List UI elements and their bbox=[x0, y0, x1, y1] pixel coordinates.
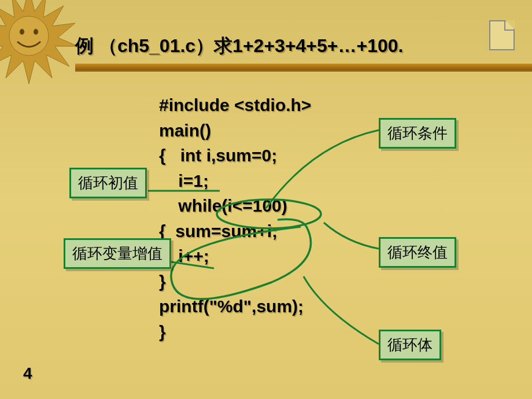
page-number: 4 bbox=[23, 364, 32, 383]
callout-init-value: 循环初值 bbox=[69, 168, 147, 198]
code-line-6: { sum=sum+i; bbox=[159, 221, 278, 241]
code-example: #include <stdio.h> main() { int i,sum=0;… bbox=[159, 93, 311, 344]
code-line-8: } bbox=[159, 272, 166, 291]
title-underline bbox=[75, 64, 532, 72]
callout-end-value: 循环终值 bbox=[379, 237, 456, 268]
slide-title: 例 （ch5_01.c）求1+2+3+4+5+…+100. bbox=[75, 34, 404, 59]
callout-body: 循环体 bbox=[379, 330, 441, 360]
callout-condition: 循环条件 bbox=[379, 118, 456, 149]
code-line-3: { int i,sum=0; bbox=[159, 146, 277, 165]
code-line-4: i=1; bbox=[159, 171, 209, 190]
callout-increment: 循环变量增值 bbox=[64, 238, 171, 269]
page-corner-icon bbox=[489, 20, 515, 50]
sun-decoration bbox=[0, 0, 87, 93]
svg-point-2 bbox=[34, 29, 38, 35]
code-line-9: printf("%d",sum); bbox=[159, 297, 304, 316]
code-line-1: #include <stdio.h> bbox=[159, 95, 311, 114]
svg-point-0 bbox=[9, 16, 49, 56]
code-line-5: while(i<=100) bbox=[159, 196, 287, 215]
code-line-10: } bbox=[159, 322, 166, 341]
svg-point-1 bbox=[20, 29, 24, 35]
code-line-2: main() bbox=[159, 121, 211, 140]
